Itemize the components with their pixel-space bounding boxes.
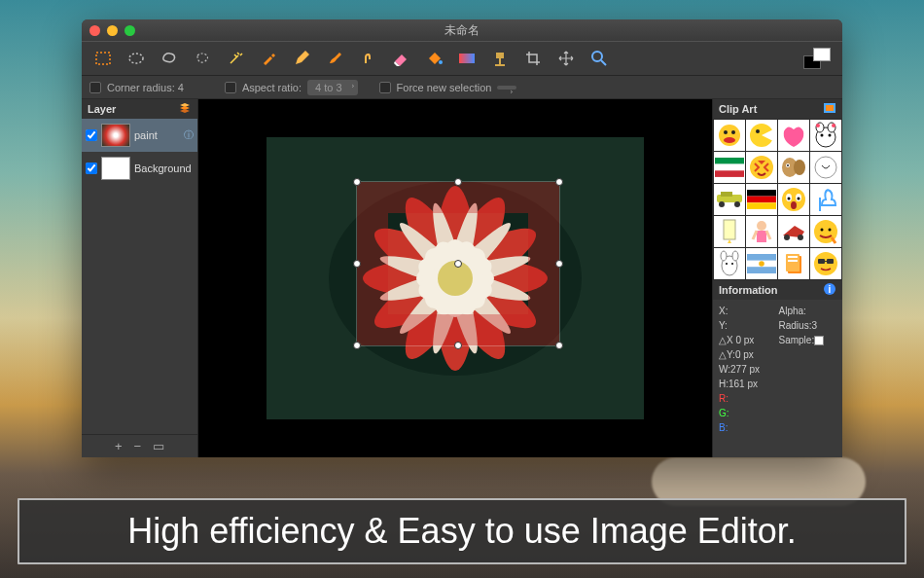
svg-point-63 — [788, 198, 791, 200]
titlebar[interactable]: 未命名 — [82, 19, 842, 41]
info-icon[interactable]: ⓘ — [184, 128, 194, 142]
ellipse-select-tool[interactable] — [126, 49, 146, 68]
svg-point-76 — [731, 263, 733, 265]
canvas[interactable] — [198, 99, 712, 457]
layer-controls: + − ▭ — [82, 434, 197, 457]
add-layer-button[interactable]: + — [115, 439, 123, 453]
info-x: X: — [719, 306, 777, 316]
svg-point-34 — [724, 137, 735, 143]
clipart-item[interactable] — [778, 120, 809, 151]
info-dx: △X 0 px — [719, 335, 777, 345]
information-header: Information i — [713, 280, 842, 300]
info-h: H:161 px — [719, 379, 777, 389]
layer-item-paint[interactable]: paint ⓘ — [82, 119, 197, 152]
svg-rect-85 — [788, 260, 798, 262]
clipart-item[interactable] — [810, 120, 841, 151]
svg-rect-58 — [747, 197, 776, 203]
maximize-button[interactable] — [124, 25, 135, 36]
information-header-label: Information — [719, 284, 778, 296]
svg-rect-87 — [818, 259, 825, 264]
caption-text: High efficiency & Easy to use Image Edit… — [127, 511, 797, 552]
svg-point-54 — [719, 201, 725, 207]
info-badge-icon[interactable]: i — [823, 282, 836, 298]
clipart-item[interactable] — [714, 152, 745, 183]
smudge-tool[interactable] — [358, 49, 377, 68]
svg-point-51 — [787, 164, 789, 166]
body: Layer paint ⓘ Background + − ▭ — [82, 99, 842, 457]
svg-point-43 — [832, 124, 835, 127]
pencil-tool[interactable] — [292, 49, 311, 68]
editor-window: 未命名 Corner radius: 4 Aspect ratio: 4 to … — [82, 19, 842, 457]
aspect-ratio-dropdown[interactable]: 4 to 3 — [307, 80, 358, 95]
svg-rect-59 — [747, 202, 776, 209]
info-dy: △Y:0 px — [719, 349, 777, 360]
clipart-item[interactable] — [810, 216, 841, 247]
svg-point-49 — [794, 160, 805, 175]
layers-icon[interactable] — [178, 102, 192, 116]
image[interactable] — [267, 137, 644, 419]
layers-header-label: Layer — [88, 103, 116, 115]
clipart-item[interactable] — [714, 248, 745, 279]
close-button[interactable] — [89, 25, 100, 36]
clipart-item[interactable] — [746, 216, 777, 247]
clipart-item[interactable] — [746, 184, 777, 215]
clipart-item[interactable] — [778, 216, 809, 247]
free-select-tool[interactable] — [193, 49, 212, 68]
svg-point-78 — [732, 251, 738, 261]
rect-select-tool[interactable] — [93, 49, 113, 68]
clipart-item[interactable] — [714, 120, 745, 151]
info-w: W:277 px — [719, 364, 777, 375]
clipart-item[interactable] — [810, 184, 841, 215]
corner-radius-checkbox[interactable] — [89, 82, 101, 93]
clipart-item[interactable] — [778, 184, 809, 215]
clone-stamp-tool[interactable] — [490, 49, 510, 68]
clipart-item[interactable] — [778, 248, 809, 279]
dup-layer-button[interactable]: − — [134, 439, 142, 453]
eraser-tool[interactable] — [391, 49, 410, 68]
move-tool[interactable] — [556, 49, 576, 68]
svg-point-42 — [816, 124, 820, 127]
force-selection-label: Force new selection — [397, 82, 492, 93]
clipart-item[interactable] — [810, 152, 841, 183]
clipart-item[interactable] — [778, 152, 809, 183]
svg-rect-57 — [747, 190, 776, 197]
color-picker-tool[interactable] — [259, 49, 278, 68]
toolbar — [82, 41, 842, 76]
svg-point-67 — [757, 221, 766, 231]
clipart-item[interactable] — [714, 216, 745, 247]
zoom-tool[interactable] — [589, 49, 609, 68]
clipart-icon[interactable] — [823, 102, 836, 116]
clipart-item[interactable] — [810, 248, 841, 279]
clipart-item[interactable] — [746, 248, 777, 279]
layer-item-background[interactable]: Background — [82, 152, 197, 185]
layer-visible-checkbox[interactable] — [86, 129, 97, 141]
brush-tool[interactable] — [325, 49, 344, 68]
information-panel: X: Alpha: Y: Radius:3 △X 0 px Sample: △Y… — [713, 300, 842, 457]
corner-radius-label: Corner radius: 4 — [107, 82, 184, 93]
svg-point-69 — [784, 235, 790, 240]
magic-wand-tool[interactable] — [226, 49, 245, 68]
layer-visible-checkbox[interactable] — [86, 163, 97, 174]
force-selection-dropdown[interactable] — [497, 86, 516, 90]
delete-layer-button[interactable]: ▭ — [153, 439, 164, 453]
paint-bucket-tool[interactable] — [424, 49, 444, 68]
color-swatches[interactable] — [803, 48, 831, 69]
aspect-ratio-checkbox[interactable] — [225, 82, 236, 93]
svg-rect-30 — [826, 105, 834, 111]
force-selection-checkbox[interactable] — [379, 82, 391, 93]
svg-point-64 — [798, 198, 800, 200]
info-b: B: — [719, 422, 777, 433]
svg-rect-89 — [825, 261, 827, 262]
svg-rect-3 — [459, 54, 475, 63]
svg-point-5 — [592, 52, 602, 61]
crop-tool[interactable] — [523, 49, 543, 68]
minimize-button[interactable] — [107, 25, 118, 36]
svg-rect-56 — [721, 192, 732, 197]
gradient-tool[interactable] — [457, 49, 477, 68]
clipart-item[interactable] — [746, 120, 777, 151]
lasso-tool[interactable] — [160, 49, 179, 68]
clipart-item[interactable] — [746, 152, 777, 183]
info-r: R: — [719, 393, 777, 404]
clipart-item[interactable] — [714, 184, 745, 215]
svg-rect-66 — [724, 220, 735, 239]
